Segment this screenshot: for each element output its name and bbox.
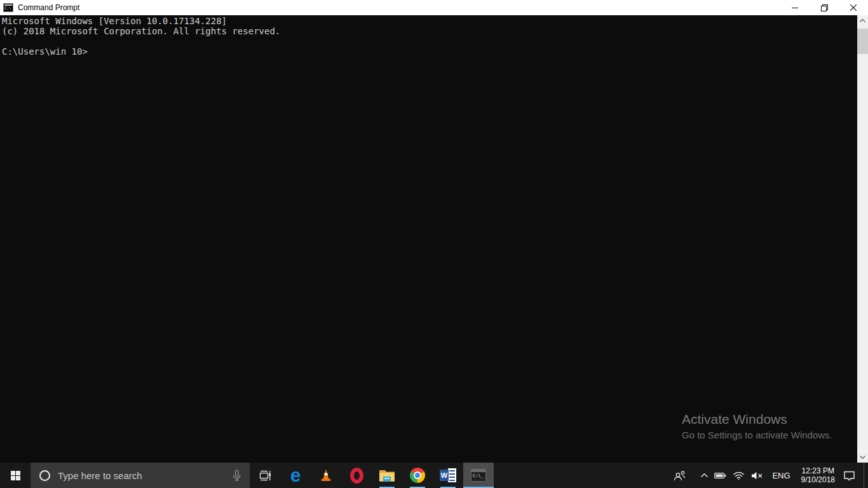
network-button[interactable] bbox=[729, 463, 748, 488]
battery-button[interactable] bbox=[711, 463, 729, 488]
people-button[interactable] bbox=[670, 463, 689, 488]
search-input[interactable] bbox=[58, 470, 232, 481]
show-hidden-icons-button[interactable] bbox=[698, 463, 711, 488]
console-prompt-line: C:\Users\win 10> bbox=[2, 46, 857, 57]
taskbar-app-edge[interactable]: e bbox=[280, 463, 311, 488]
taskbar-app-vlc[interactable] bbox=[311, 463, 341, 488]
cortana-icon bbox=[39, 470, 50, 481]
minimize-button[interactable] bbox=[780, 0, 810, 15]
chevron-down-icon bbox=[860, 456, 865, 459]
action-center-icon bbox=[843, 470, 855, 481]
scroll-up-button[interactable] bbox=[857, 15, 868, 26]
system-tray: ENG 12:23 PM 9/10/2018 bbox=[670, 463, 868, 488]
task-view-button[interactable] bbox=[250, 463, 280, 488]
taskbar-empty-space bbox=[494, 463, 670, 488]
start-button[interactable] bbox=[0, 463, 31, 488]
restore-icon bbox=[821, 4, 828, 11]
console-output[interactable]: Microsoft Windows [Version 10.0.17134.22… bbox=[0, 15, 857, 463]
vertical-scrollbar[interactable] bbox=[857, 15, 868, 463]
restore-button[interactable] bbox=[810, 0, 839, 15]
window-title: Command Prompt bbox=[18, 3, 79, 12]
taskbar-app-command-prompt[interactable] bbox=[463, 463, 494, 488]
people-icon bbox=[674, 470, 686, 481]
battery-icon bbox=[714, 472, 726, 479]
windows-logo-icon bbox=[11, 471, 20, 480]
close-icon bbox=[850, 4, 857, 11]
file-explorer-icon bbox=[379, 468, 395, 482]
taskbar-app-opera[interactable] bbox=[341, 463, 372, 488]
console-line: Microsoft Windows [Version 10.0.17134.22… bbox=[2, 16, 857, 26]
task-view-icon bbox=[259, 470, 271, 481]
opera-icon bbox=[350, 468, 363, 484]
clock-date: 9/10/2018 bbox=[801, 475, 835, 484]
action-center-button[interactable] bbox=[840, 463, 858, 488]
show-desktop-button[interactable] bbox=[864, 463, 868, 488]
window-controls bbox=[780, 0, 868, 15]
wifi-icon bbox=[733, 471, 745, 480]
taskbar-app-chrome[interactable] bbox=[402, 463, 433, 488]
title-bar: Command Prompt bbox=[0, 0, 868, 15]
console-line bbox=[2, 36, 857, 46]
edge-icon: e bbox=[290, 467, 301, 484]
vlc-icon bbox=[318, 468, 334, 483]
taskbar-app-file-explorer[interactable] bbox=[372, 463, 402, 488]
taskbar-app-word[interactable]: W bbox=[433, 463, 463, 488]
minimize-icon bbox=[792, 4, 798, 11]
command-prompt-icon bbox=[471, 469, 486, 482]
language-indicator[interactable]: ENG bbox=[766, 463, 796, 488]
scroll-down-button[interactable] bbox=[857, 452, 868, 463]
scrollbar-thumb[interactable] bbox=[857, 29, 868, 54]
chrome-icon bbox=[410, 468, 425, 483]
speaker-muted-icon bbox=[751, 471, 763, 480]
clock-time: 12:23 PM bbox=[801, 466, 835, 475]
taskbar: e W bbox=[0, 463, 868, 488]
console-line: (c) 2018 Microsoft Corporation. All righ… bbox=[2, 26, 857, 36]
command-prompt-window-icon[interactable] bbox=[3, 3, 13, 12]
close-button[interactable] bbox=[839, 0, 868, 15]
chevron-up-icon bbox=[860, 19, 865, 22]
chevron-up-icon bbox=[701, 473, 708, 477]
microphone-icon[interactable] bbox=[232, 470, 241, 482]
word-icon: W bbox=[440, 468, 456, 482]
volume-button[interactable] bbox=[748, 463, 766, 488]
taskbar-search-box[interactable] bbox=[31, 463, 250, 488]
clock[interactable]: 12:23 PM 9/10/2018 bbox=[796, 463, 840, 488]
